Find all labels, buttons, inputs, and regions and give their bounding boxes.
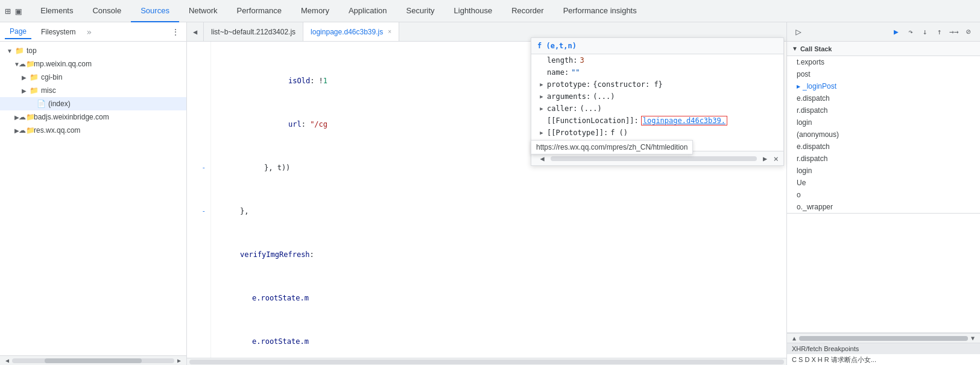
scroll-left-icon[interactable]: ◀ [2, 357, 12, 365]
step-out-icon[interactable]: ↑ [933, 25, 946, 39]
call-stack-header[interactable]: ▼ Call Stack [787, 42, 980, 56]
back-tab-btn[interactable]: ◀ [187, 22, 204, 42]
call-stack-item-11[interactable]: o [787, 189, 980, 201]
tab-security[interactable]: Security [397, 0, 444, 22]
tree-item-mp-weixin[interactable]: ▼ ☁📁 mp.weixin.qq.com [0, 57, 186, 71]
cloud-folder-icon-res: ☁📁 [22, 125, 31, 135]
close-tab-icon[interactable]: × [388, 28, 391, 35]
tab-application[interactable]: Application [339, 0, 397, 22]
main-layout: Page Filesystem » ⋮ ▼ 📁 top ▼ ☁📁 mp.weix… [0, 22, 980, 365]
sidebar-tab-page[interactable]: Page [5, 25, 31, 39]
responsive-icon[interactable]: ▣ [16, 5, 22, 17]
tooltip-row-caller[interactable]: ▶ caller: (...) [531, 103, 783, 115]
tree-item-misc[interactable]: ▶ 📁 misc [0, 84, 186, 97]
cloud-folder-icon-mp: ☁📁 [22, 59, 31, 69]
line-num [187, 173, 206, 184]
debug-icons: ▷ [792, 25, 805, 39]
call-stack-item-10[interactable]: Ue [787, 177, 980, 189]
function-location-link[interactable]: loginpage.d46c3b39. [641, 116, 727, 125]
call-stack-item-4[interactable]: r.dispatch [787, 104, 980, 116]
folder-icon-misc: 📁 [29, 86, 39, 95]
call-stack-label: Call Stack [800, 45, 832, 52]
line-num [187, 75, 206, 86]
deactivate-icon[interactable]: ⊘ [962, 25, 975, 39]
tree-item-res-wx[interactable]: ▶ ☁📁 res.wx.qq.com [0, 124, 186, 137]
line-num [187, 184, 206, 195]
xhr-section: XHR/fetch Breakpoints C S D X H R 请求断点小女… [787, 343, 980, 365]
right-vscroll: ▲ ▼ [787, 333, 980, 343]
scroll-right-icon[interactable]: ▶ [174, 357, 184, 365]
scroll-up-icon[interactable]: ▲ [789, 334, 799, 343]
call-stack-item-7[interactable]: e.dispatch [787, 141, 980, 153]
tooltip-row-proto[interactable]: ▶ [[Prototype]]: f () [531, 127, 783, 139]
file-tab-label-login: loginpage.d46c3b39.js [311, 28, 383, 36]
tree-label-mp: mp.weixin.qq.com [34, 60, 92, 68]
step-over-icon[interactable]: ↷ [904, 25, 917, 39]
tab-performance-insights[interactable]: Performance insights [554, 0, 646, 22]
line-num [187, 195, 206, 206]
collapse-right-icon[interactable]: ▷ [792, 25, 805, 39]
sidebar: Page Filesystem » ⋮ ▼ 📁 top ▼ ☁📁 mp.weix… [0, 22, 187, 365]
tooltip-row-prototype[interactable]: ▶ prototype: {constructor: f} [531, 78, 783, 90]
call-stack-item-2[interactable]: _loginPost [787, 80, 980, 92]
tab-memory[interactable]: Memory [291, 0, 339, 22]
sidebar-tab-filesystem[interactable]: Filesystem [36, 25, 80, 39]
call-stack-item-6[interactable]: (anonymous) [787, 129, 980, 141]
tab-network[interactable]: Network [179, 0, 227, 22]
tree-item-cgi-bin[interactable]: ▶ 📁 cgi-bin [0, 71, 186, 84]
code-line-6: e.rootState.m [216, 293, 782, 303]
file-tab-loginpage[interactable]: loginpage.d46c3b39.js × [303, 22, 399, 42]
scroll-track[interactable] [12, 358, 174, 363]
tree-item-index[interactable]: ▶ 📄 (index) [0, 97, 186, 110]
dock-icon[interactable]: ⊞ [5, 5, 11, 17]
line-num [187, 249, 206, 260]
tree-arrow-top: ▼ [5, 46, 14, 56]
line-num [187, 151, 206, 162]
xhr-hint: C S D X H R 请求断点小女... [787, 354, 980, 365]
tab-performance[interactable]: Performance [227, 0, 291, 22]
line-num [187, 43, 206, 54]
call-stack-item-1[interactable]: post [787, 68, 980, 80]
resume-icon[interactable]: ▶ [890, 25, 903, 39]
step-into-icon[interactable]: ↓ [918, 25, 932, 39]
tooltip-scrollbar[interactable] [551, 156, 757, 161]
call-stack-item-3[interactable]: e.dispatch [787, 92, 980, 104]
code-hscroll-thumb[interactable] [189, 360, 784, 364]
overflow-menu-icon[interactable]: ⋮ [169, 26, 182, 38]
tree-item-badjs[interactable]: ▶ ☁📁 badjs.weixinbridge.com [0, 110, 186, 124]
tooltip-scroll-left[interactable]: ◀ [536, 154, 548, 163]
call-stack-item-8[interactable]: r.dispatch [787, 153, 980, 165]
code-hscroll[interactable] [187, 358, 786, 365]
tab-sources[interactable]: Sources [131, 0, 179, 22]
devtools-icons: ⊞ ▣ [5, 5, 21, 17]
tree-item-top[interactable]: ▼ 📁 top [0, 44, 186, 57]
tooltip-header: f (e,t,n) [531, 38, 783, 54]
line-num [187, 54, 206, 65]
line-numbers: - - [187, 42, 211, 358]
tab-lighthouse[interactable]: Lighthouse [444, 0, 502, 22]
more-tabs-icon[interactable]: » [86, 27, 91, 37]
tree-label-top: top [27, 46, 37, 55]
line-num [187, 97, 206, 108]
call-stack-item-0[interactable]: t.exports [787, 56, 980, 68]
call-stack-item-label-3: e.dispatch [797, 94, 830, 103]
tooltip-row-arguments[interactable]: ▶ arguments: (...) [531, 90, 783, 103]
tooltip-row-function-location[interactable]: [[FunctionLocation]]: loginpage.d46c3b39… [531, 115, 783, 127]
line-num [187, 119, 206, 130]
tab-elements[interactable]: Elements [31, 0, 83, 22]
call-stack-item-12[interactable]: o._wrapper [787, 201, 980, 213]
call-stack-item-5[interactable]: login [787, 116, 980, 129]
file-tab-list[interactable]: list~b~default.212d3402.js [204, 22, 303, 42]
tab-console[interactable]: Console [83, 0, 131, 22]
right-scroll-track[interactable] [799, 336, 968, 341]
step-icon[interactable]: →→ [947, 25, 961, 39]
tooltip-scroll-right[interactable]: ▶ [759, 154, 771, 163]
call-stack-item-label-9: login [797, 167, 812, 175]
call-stack-item-label-10: Ue [797, 179, 806, 187]
close-tooltip-icon[interactable]: × [774, 154, 779, 163]
scroll-down-icon[interactable]: ▼ [968, 334, 978, 343]
code-line-7: e.rootState.m [216, 336, 782, 347]
tab-recorder[interactable]: Recorder [502, 0, 553, 22]
tree-label-res: res.wx.qq.com [34, 126, 80, 135]
call-stack-item-9[interactable]: login [787, 165, 980, 177]
